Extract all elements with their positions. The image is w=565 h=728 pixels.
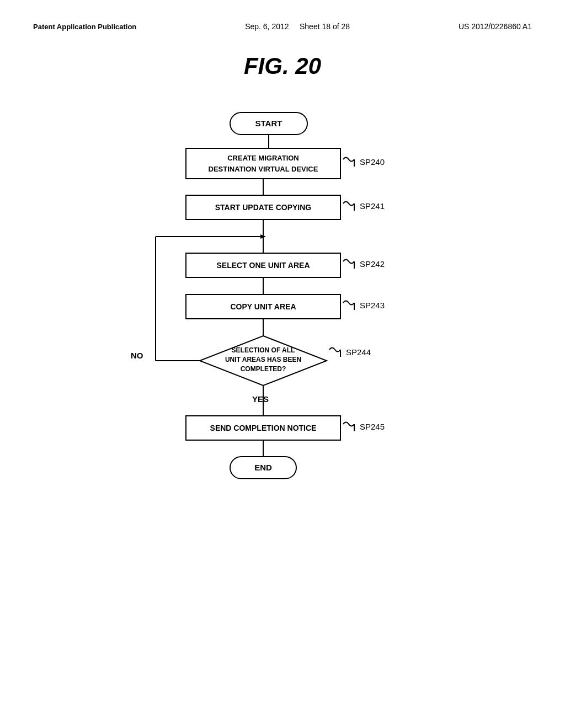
page-header: Patent Application Publication Sep. 6, 2… bbox=[33, 22, 532, 31]
header-patent-number: US 2012/0226860 A1 bbox=[459, 22, 532, 31]
sp244-line2: UNIT AREAS HAS BEEN bbox=[225, 356, 301, 363]
svg-rect-2 bbox=[186, 148, 340, 179]
page: Patent Application Publication Sep. 6, 2… bbox=[0, 0, 565, 728]
sp242-label: SELECT ONE UNIT AREA bbox=[216, 261, 310, 270]
yes-label: YES bbox=[252, 394, 269, 404]
sp240-line1: CREATE MIGRATION bbox=[227, 154, 299, 162]
sp242-step-label: SP242 bbox=[360, 259, 385, 269]
flowchart-container: START CREATE MIGRATION DESTINATION VIRTU… bbox=[33, 107, 532, 581]
sp243-label: COPY UNIT AREA bbox=[230, 302, 296, 311]
sp245-label: SEND COMPLETION NOTICE bbox=[210, 424, 317, 432]
sp240-line2: DESTINATION VIRTUAL DEVICE bbox=[209, 165, 318, 173]
sp244-step-label: SP244 bbox=[346, 347, 371, 357]
header-publication: Patent Application Publication bbox=[33, 23, 136, 31]
sp245-step-label: SP245 bbox=[360, 422, 385, 431]
no-label: NO bbox=[131, 351, 143, 360]
sp243-step-label: SP243 bbox=[360, 301, 385, 310]
sp244-line3: COMPLETED? bbox=[241, 365, 286, 373]
start-label: START bbox=[255, 119, 282, 128]
figure-title: FIG. 20 bbox=[33, 53, 532, 79]
sp240-step-label: SP240 bbox=[360, 157, 385, 167]
sp241-step-label: SP241 bbox=[360, 201, 385, 211]
sp244-line1: SELECTION OF ALL bbox=[232, 346, 295, 354]
flowchart-svg: START CREATE MIGRATION DESTINATION VIRTU… bbox=[89, 107, 476, 581]
header-sheet: Sheet 18 of 28 bbox=[300, 22, 350, 31]
end-label: END bbox=[254, 463, 272, 472]
sp241-label: START UPDATE COPYING bbox=[215, 203, 312, 212]
header-date: Sep. 6, 2012 Sheet 18 of 28 bbox=[245, 22, 350, 31]
